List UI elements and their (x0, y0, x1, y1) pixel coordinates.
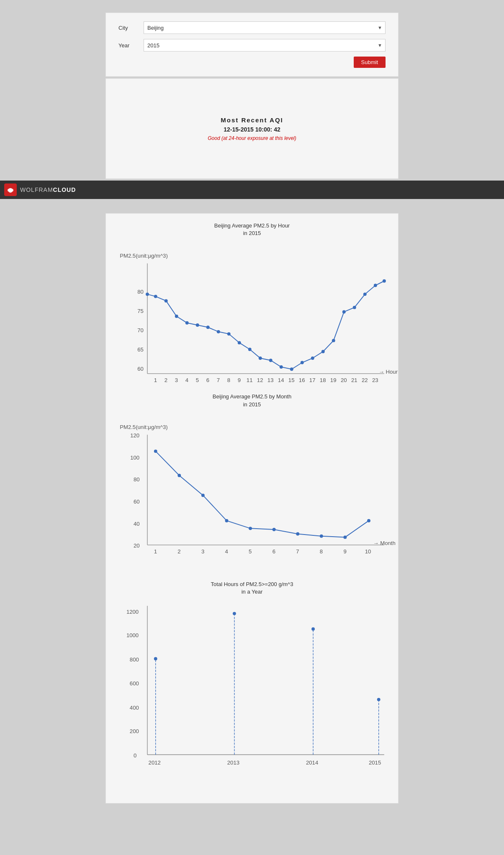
chart2-dot-5 (249, 527, 252, 530)
svg-text:3: 3 (201, 548, 204, 554)
wolfram-bar: WOLFRAMCLOUD (0, 181, 504, 199)
chart2-line (156, 451, 369, 537)
chart1-dot-7 (217, 330, 220, 333)
year-select-wrapper: 2015 2014 2013 2012 ▼ (144, 39, 386, 52)
wolfram-text-wolfram: WOLFRAM (20, 186, 53, 193)
chart1-dot-9 (238, 341, 241, 345)
chart3-title: Total Hours of PM2.5>=200 g/m^3 in a Yea… (114, 581, 390, 596)
svg-text:800: 800 (130, 656, 139, 663)
year-row: Year 2015 2014 2013 2012 ▼ (118, 39, 386, 52)
chart1-dot-6 (206, 326, 210, 329)
svg-text:10: 10 (365, 548, 371, 554)
chart1-dot-12 (269, 359, 273, 362)
svg-text:2: 2 (177, 548, 180, 554)
svg-text:→ Hour: → Hour (379, 369, 398, 375)
svg-text:1000: 1000 (126, 632, 139, 638)
chart2-container: Beijing Average PM2.5 by Month in 2015 P… (114, 393, 390, 568)
svg-text:4: 4 (185, 377, 188, 383)
chart3-dot-2012 (154, 657, 157, 660)
chart1-dot-20 (353, 306, 356, 309)
svg-text:0: 0 (134, 752, 136, 759)
charts-panel: Beijing Average PM2.5 by Hour in 2015 PM… (105, 213, 399, 803)
submit-button[interactable]: Submit (354, 57, 386, 68)
chart1-dot-1 (154, 295, 157, 298)
chart1-dot-22 (374, 284, 377, 287)
chart1-dot-3 (175, 315, 178, 318)
svg-text:20: 20 (134, 542, 140, 549)
chart2-svg: PM2.5(unit:μg/m^3) 20 40 60 80 100 120 1 (114, 413, 390, 567)
svg-text:8: 8 (227, 377, 230, 383)
svg-text:5: 5 (196, 377, 199, 383)
year-select[interactable]: 2015 2014 2013 2012 (144, 39, 386, 52)
chart1-svg: PM2.5(unit:μg/m^3) 60 65 70 75 80 1 2 3 … (114, 241, 390, 379)
svg-text:600: 600 (130, 680, 139, 686)
svg-text:→ Month: → Month (373, 540, 396, 546)
result-panel: Most Recent AQI 12-15-2015 10:00: 42 Goo… (105, 78, 399, 179)
svg-text:9: 9 (238, 377, 241, 383)
chart2-dot-6 (273, 528, 276, 531)
chart3-svg: 0 200 400 600 800 1000 1200 2012 2013 20… (114, 600, 390, 777)
chart2-dot-10 (367, 519, 370, 522)
svg-text:13: 13 (267, 377, 274, 383)
svg-text:100: 100 (130, 455, 139, 461)
chart1-dot-10 (248, 348, 252, 351)
svg-text:17: 17 (309, 377, 316, 383)
chart2-title: Beijing Average PM2.5 by Month in 2015 (114, 393, 390, 408)
most-recent-date: 12-15-2015 10:00: 42 (224, 126, 280, 133)
city-select[interactable]: Beijing Shanghai Guangzhou Shenzhen (144, 21, 386, 34)
chart2-dot-1 (154, 449, 157, 453)
most-recent-status: Good (at 24-hour exposure at this level) (208, 135, 296, 141)
svg-text:1: 1 (154, 548, 157, 554)
svg-text:19: 19 (330, 377, 337, 383)
chart1-dot-16 (311, 356, 314, 360)
svg-text:2013: 2013 (227, 759, 239, 766)
chart3-container: Total Hours of PM2.5>=200 g/m^3 in a Yea… (114, 581, 390, 778)
chart2-dot-4 (225, 519, 229, 522)
form-panel: City Beijing Shanghai Guangzhou Shenzhen… (105, 13, 399, 77)
chart1-dot-23 (383, 279, 386, 283)
chart1-dot-17 (321, 350, 325, 354)
svg-text:80: 80 (137, 289, 144, 295)
wolfram-cloud-icon (7, 186, 14, 194)
chart1-dot-14 (290, 368, 293, 371)
svg-text:2015: 2015 (369, 759, 381, 766)
chart1-title: Beijing Average PM2.5 by Hour in 2015 (114, 222, 390, 237)
svg-text:2012: 2012 (149, 759, 161, 766)
svg-text:23: 23 (372, 377, 378, 383)
svg-text:7: 7 (296, 548, 299, 554)
chart1-dot-8 (227, 333, 231, 336)
svg-text:11: 11 (247, 377, 253, 383)
chart1-dot-4 (185, 321, 189, 325)
chart3-dot-2015 (377, 698, 381, 701)
wolfram-brand-text: WOLFRAMCLOUD (20, 186, 76, 193)
chart1-dot-11 (259, 356, 262, 360)
svg-text:60: 60 (134, 499, 140, 505)
svg-point-3 (9, 188, 12, 191)
chart1-dot-13 (280, 365, 283, 369)
svg-text:400: 400 (130, 704, 139, 710)
svg-text:9: 9 (343, 548, 346, 554)
svg-text:75: 75 (137, 308, 144, 314)
svg-text:14: 14 (278, 377, 284, 383)
svg-text:5: 5 (249, 548, 252, 554)
svg-text:7: 7 (217, 377, 220, 383)
svg-text:6: 6 (273, 548, 275, 554)
chart3-dot-2013 (233, 612, 236, 615)
svg-text:60: 60 (137, 366, 144, 372)
svg-text:12: 12 (257, 377, 263, 383)
chart1-dot-0 (146, 293, 149, 296)
chart1-dot-19 (342, 310, 346, 314)
chart1-y-label: PM2.5(unit:μg/m^3) (120, 253, 168, 259)
chart1-dot-5 (196, 323, 199, 327)
submit-row: Submit (118, 57, 386, 68)
chart2-dot-7 (296, 532, 299, 535)
city-row: City Beijing Shanghai Guangzhou Shenzhen… (118, 21, 386, 34)
svg-text:200: 200 (130, 728, 139, 734)
svg-text:65: 65 (137, 347, 144, 353)
svg-text:4: 4 (225, 548, 228, 554)
chart3-svg-wrapper: 0 200 400 600 800 1000 1200 2012 2013 20… (114, 600, 390, 778)
svg-text:21: 21 (351, 377, 357, 383)
chart2-dot-3 (201, 493, 205, 497)
chart1-svg-wrapper: PM2.5(unit:μg/m^3) 60 65 70 75 80 1 2 3 … (114, 241, 390, 380)
svg-text:20: 20 (341, 377, 347, 383)
